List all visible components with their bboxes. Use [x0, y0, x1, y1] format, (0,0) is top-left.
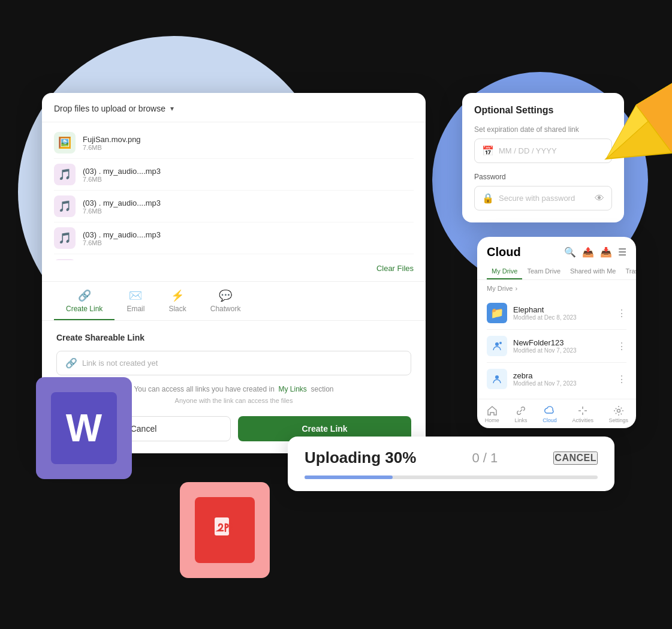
progress-bar-fill	[305, 475, 393, 479]
chatwork-icon: 💬	[219, 289, 232, 302]
upload-progress-row: Uploading 30% 0 / 1 CANCEL	[305, 449, 598, 467]
tabs-bar: 🔗 Create Link ✉️ Email ⚡ Slack 💬 Chatwor…	[42, 282, 426, 321]
folder-date: Modified at Dec 8, 2023	[513, 314, 611, 321]
upload-area[interactable]: Drop files to upload or browse ▾	[42, 93, 426, 122]
file-icon: 🎵	[54, 259, 76, 260]
eye-icon[interactable]: 👁	[595, 193, 604, 204]
folder-more-icon[interactable]: ⋮	[617, 374, 626, 385]
download-icon[interactable]: 📥	[600, 246, 612, 258]
clear-files-row: Clear Files	[42, 260, 426, 281]
file-icon: 🎵	[54, 164, 76, 185]
date-placeholder: MM / DD / YYYY	[499, 146, 557, 155]
cloud-folder-list: 📁 Elephant Modified at Dec 8, 2023 ⋮ New…	[477, 297, 636, 395]
list-item: 🎵 (03) . my_audio....mp3 7.6MB	[54, 254, 414, 260]
cloud-title: Cloud	[487, 245, 521, 259]
upload-cancel-button[interactable]: CANCEL	[553, 452, 598, 465]
file-name: (03) . my_audio....mp3	[83, 198, 414, 207]
tab-label: Chatwork	[210, 305, 241, 313]
breadcrumb-item: My Drive	[487, 285, 513, 292]
tab-chatwork[interactable]: 💬 Chatwork	[198, 282, 253, 320]
upload-label: Drop files to upload or browse	[54, 104, 165, 113]
folder-item: zebra Modified at Nov 7, 2023 ⋮	[487, 363, 626, 395]
lock-icon: 🔒	[482, 192, 494, 204]
svg-point-7	[495, 375, 499, 379]
progress-bar-bg	[305, 475, 598, 479]
expiry-label: Set expiration date of shared link	[474, 125, 612, 134]
file-icon: 🖼️	[54, 132, 76, 154]
file-list: 🖼️ FujiSan.mov.png 7.6MB 🎵 (03) . my_aud…	[42, 122, 426, 260]
list-item: 🎵 (03) . my_audio....mp3 7.6MB	[54, 222, 414, 254]
folder-more-icon[interactable]: ⋮	[617, 341, 626, 352]
folder-name: Elephant	[513, 305, 611, 314]
nav-cloud[interactable]: Cloud	[543, 405, 557, 423]
tab-email[interactable]: ✉️ Email	[114, 282, 156, 320]
upload-count: 0 / 1	[472, 450, 498, 466]
list-item: 🎵 (03) . my_audio....mp3 7.6MB	[54, 191, 414, 222]
list-item: 🎵 (03) . my_audio....mp3 7.6MB	[54, 159, 414, 191]
more-icon[interactable]: ☰	[618, 246, 626, 258]
folder-date: Modified at Nov 7, 2023	[513, 347, 611, 354]
cloud-tab-trash[interactable]: Trash	[620, 264, 636, 279]
nav-activities[interactable]: Activities	[572, 405, 593, 423]
link-icon: 🔗	[78, 289, 91, 302]
file-size: 7.6MB	[83, 239, 414, 246]
cloud-breadcrumb: My Drive ›	[477, 280, 636, 297]
cloud-tab-mydrive[interactable]: My Drive	[487, 264, 522, 279]
file-icon: 🎵	[54, 195, 76, 217]
file-size: 7.6MB	[83, 207, 414, 215]
folder-name: zebra	[513, 371, 611, 380]
pdf-symbol	[195, 497, 255, 563]
folder-icon: 📁	[487, 303, 507, 323]
clear-files-button[interactable]: Clear Files	[376, 264, 414, 273]
upload-progress-bar: Uploading 30% 0 / 1 CANCEL	[288, 437, 614, 491]
link-icon-small: 🔗	[65, 357, 77, 369]
svg-point-8	[617, 410, 620, 413]
cloud-header: Cloud 🔍 📤 📥 ☰	[477, 237, 636, 259]
my-links-link[interactable]: My Links	[279, 385, 307, 393]
upload-icon[interactable]: 📤	[582, 246, 594, 258]
tab-label: Create Link	[66, 305, 103, 313]
nav-home[interactable]: Home	[485, 405, 499, 423]
folder-shared-icon	[487, 369, 507, 389]
pdf-file-icon	[180, 482, 270, 578]
slack-icon: ⚡	[171, 289, 184, 302]
tab-slack[interactable]: ⚡ Slack	[156, 282, 198, 320]
svg-point-5	[495, 342, 499, 346]
list-item: 🖼️ FujiSan.mov.png 7.6MB	[54, 127, 414, 159]
folder-name: NewFolder123	[513, 338, 611, 347]
word-letter: W	[51, 392, 117, 464]
file-name: FujiSan.mov.png	[83, 135, 414, 144]
tab-label: Email	[126, 305, 144, 313]
password-placeholder: Secure with password	[499, 194, 590, 203]
cloud-tab-teamdrive[interactable]: Team Drive	[522, 264, 565, 279]
folder-item: 📁 Elephant Modified at Dec 8, 2023 ⋮	[487, 297, 626, 330]
file-size: 7.6MB	[83, 176, 414, 183]
cloud-header-icons: 🔍 📤 📥 ☰	[564, 246, 626, 258]
nav-links[interactable]: Links	[515, 405, 528, 423]
link-input[interactable]: 🔗 Link is not created yet	[56, 351, 411, 375]
password-label: Password	[474, 173, 612, 181]
section-title: Create Shareable Link	[56, 333, 411, 342]
calendar-icon: 📅	[482, 145, 494, 157]
tab-label: Slack	[168, 305, 186, 313]
file-name: (03) . my_audio....mp3	[83, 230, 414, 239]
folder-shared-icon	[487, 336, 507, 356]
folder-more-icon[interactable]: ⋮	[617, 308, 626, 319]
date-input[interactable]: 📅 MM / DD / YYYY	[474, 139, 612, 163]
password-input[interactable]: 🔒 Secure with password 👁	[474, 186, 612, 210]
cloud-tab-shared[interactable]: Shared with Me	[565, 264, 620, 279]
chevron-down-icon: ▾	[170, 104, 174, 113]
nav-settings[interactable]: Settings	[609, 405, 629, 423]
folder-date: Modified at Nov 7, 2023	[513, 380, 611, 387]
word-file-icon: W	[36, 377, 132, 479]
optional-settings-title: Optional Settings	[474, 105, 612, 116]
cloud-bottom-nav: Home Links Cloud Activities Settings	[477, 399, 636, 428]
cloud-widget: Cloud 🔍 📤 📥 ☰ My Drive Team Drive Shared…	[477, 237, 636, 428]
tab-create-link[interactable]: 🔗 Create Link	[54, 282, 114, 320]
search-icon[interactable]: 🔍	[564, 246, 576, 258]
file-icon: 🎵	[54, 227, 76, 249]
upload-progress-text: Uploading 30%	[305, 449, 416, 467]
folder-item: NewFolder123 Modified at Nov 7, 2023 ⋮	[487, 330, 626, 363]
file-size: 7.6MB	[83, 144, 414, 151]
svg-point-6	[499, 342, 502, 344]
